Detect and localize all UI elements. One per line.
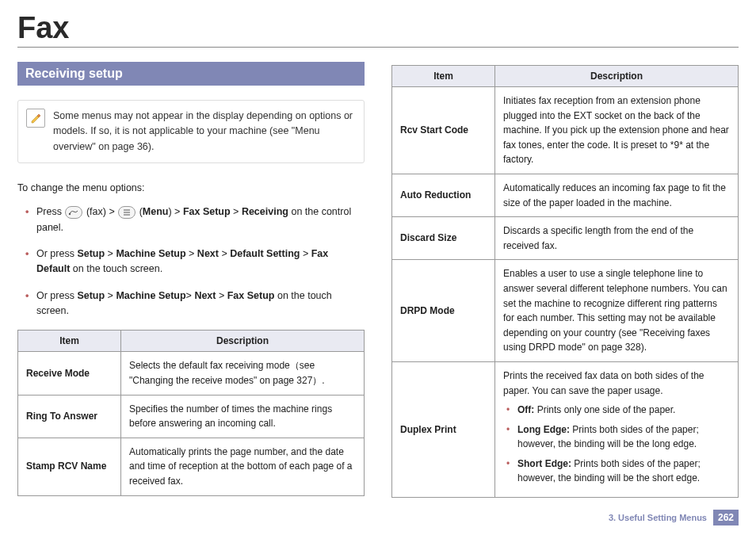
step-text: > (219, 248, 230, 259)
step-text: ) > (168, 206, 182, 217)
page-number: 262 (713, 510, 739, 525)
title-divider (17, 47, 739, 48)
cell-item: Rcv Start Code (392, 87, 495, 174)
note-box: Some menus may not appear in the display… (17, 100, 365, 163)
step-bold: Default Setting (230, 248, 300, 259)
cell-item: Receive Mode (18, 352, 121, 395)
table-row: Rcv Start Code Initiates fax reception f… (392, 87, 739, 174)
cell-desc: Automatically reduces an incoming fax pa… (495, 174, 739, 216)
right-column: Item Description Rcv Start Code Initiate… (391, 62, 739, 498)
table-row: Discard Size Discards a specific length … (392, 217, 739, 260)
step-bold: Machine Setup (116, 248, 185, 259)
cell-desc: Enables a user to use a single telephone… (495, 260, 739, 362)
list-item: Off: Prints only one side of the paper. (506, 403, 730, 418)
list-item: Short Edge: Prints both sides of the pap… (506, 457, 730, 486)
th-item: Item (392, 66, 495, 87)
step-bold: Next (197, 248, 219, 259)
steps-list: Press (fax) > (Menu) > Fax Setup > Recei… (17, 204, 365, 319)
section-heading: Receiving setup (17, 62, 365, 86)
step-bold: Next (194, 290, 216, 301)
step-text: > (231, 206, 242, 217)
step-text: Or press (36, 290, 77, 301)
cell-item: DRPD Mode (392, 260, 495, 362)
opt-text: Prints only one side of the paper. (534, 404, 675, 415)
cell-desc: Specifies the number of times the machin… (121, 395, 365, 438)
step-text: > (105, 248, 116, 259)
opt-label: Short Edge: (517, 458, 571, 469)
step-text: > (186, 248, 197, 259)
cell-item: Stamp RCV Name (18, 438, 121, 495)
table-row: Receive Mode Selects the default fax rec… (18, 352, 365, 395)
cell-item: Duplex Print (392, 361, 495, 497)
step-bold: Fax Setup (227, 290, 275, 301)
th-desc: Description (495, 66, 739, 87)
cell-desc: Automatically prints the page number, an… (121, 438, 365, 495)
step-3: Or press Setup > Machine Setup> Next > F… (25, 289, 365, 319)
opt-label: Off: (517, 404, 534, 415)
step-text: on the touch screen. (70, 263, 162, 274)
table-row: Duplex Print Prints the received fax dat… (392, 361, 739, 497)
svg-point-1 (69, 213, 71, 215)
intro-text: To change the menu options: (17, 182, 365, 193)
two-column-layout: Receiving setup Some menus may not appea… (17, 62, 739, 498)
step-text: > (216, 290, 227, 301)
th-item: Item (18, 331, 121, 352)
step-bold: Menu (143, 206, 169, 217)
step-bold: Machine Setup (116, 290, 185, 301)
step-bold: Receiving (242, 206, 288, 217)
cell-desc: Prints the received fax data on both sid… (495, 361, 739, 497)
cell-desc: Discards a specific length from the end … (495, 217, 739, 260)
left-column: Receiving setup Some menus may not appea… (17, 62, 365, 498)
step-bold: Fax Setup (183, 206, 231, 217)
step-2: Or press Setup > Machine Setup > Next > … (25, 246, 365, 277)
step-text: > (186, 290, 195, 301)
table-row: Stamp RCV Name Automatically prints the … (18, 438, 365, 495)
list-item: Long Edge: Prints both sides of the pape… (506, 422, 730, 452)
cell-item: Auto Reduction (392, 174, 495, 216)
step-text: (fax) > (86, 206, 117, 217)
step-1: Press (fax) > (Menu) > Fax Setup > Recei… (25, 204, 365, 235)
step-text: Press (36, 206, 62, 217)
cell-item: Discard Size (392, 217, 495, 260)
note-text: Some menus may not appear in the display… (53, 110, 353, 152)
th-desc: Description (121, 331, 365, 352)
cell-desc: Initiates fax reception from an extensio… (495, 87, 739, 174)
step-text: Or press (36, 248, 77, 259)
note-icon (26, 109, 45, 128)
page-footer: 3. Useful Setting Menus 262 (609, 510, 739, 525)
opt-label: Long Edge: (517, 424, 570, 435)
cell-item: Ring To Answer (18, 395, 121, 438)
step-text: > (105, 290, 116, 301)
menu-icon (118, 206, 136, 219)
footer-chapter: 3. Useful Setting Menus (609, 513, 707, 522)
page-title: Fax (17, 11, 739, 45)
table-row: Auto Reduction Automatically reduces an … (392, 174, 739, 216)
table-row: DRPD Mode Enables a user to use a single… (392, 260, 739, 362)
step-text: > (300, 248, 311, 259)
table-row: Ring To Answer Specifies the number of t… (18, 395, 365, 438)
fax-icon (65, 206, 82, 219)
right-feature-table: Item Description Rcv Start Code Initiate… (391, 65, 739, 498)
cell-desc: Selects the default fax receiving mode（s… (121, 352, 365, 395)
duplex-lead: Prints the received fax data on both sid… (503, 369, 730, 398)
duplex-options: Off: Prints only one side of the paper. … (503, 403, 730, 486)
left-feature-table: Item Description Receive Mode Selects th… (17, 330, 365, 495)
step-bold: Setup (77, 248, 105, 259)
step-bold: Setup (77, 290, 105, 301)
